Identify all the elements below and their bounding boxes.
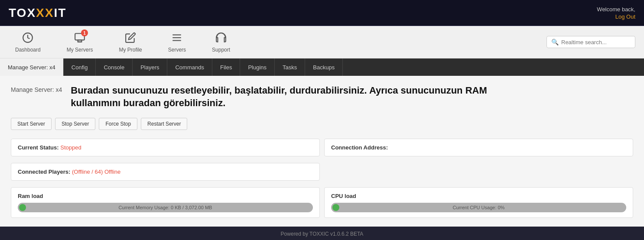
ram-bar-text: Current Memory Usage: 0 KB / 3,072.00 MB bbox=[18, 205, 313, 210]
main-content: Manage Server: x4 Buradan sunucunuzu res… bbox=[0, 76, 644, 227]
tab-players[interactable]: Players bbox=[133, 58, 167, 76]
players-grid: Connected Players: (Offline / 64) Offlin… bbox=[11, 163, 633, 181]
nav-label-my-servers: My Servers bbox=[67, 47, 93, 53]
tab-files[interactable]: Files bbox=[212, 58, 240, 76]
nav-item-servers[interactable]: Servers bbox=[162, 27, 192, 57]
cpu-bar-container: Current CPU Usage: 0% bbox=[331, 203, 626, 212]
stop-server-button[interactable]: Stop Server bbox=[55, 118, 95, 130]
search-icon: 🔍 bbox=[551, 39, 559, 45]
tab-console[interactable]: Console bbox=[96, 58, 133, 76]
my-profile-icon bbox=[124, 31, 137, 44]
ram-load-title: Ram load bbox=[18, 193, 313, 199]
tab-backups[interactable]: Backups bbox=[305, 58, 343, 76]
players-label: Connected Players: bbox=[18, 169, 70, 175]
cpu-bar-text: Current CPU Usage: 0% bbox=[331, 205, 626, 210]
nav-items: Dashboard 1 My Servers My Profile bbox=[9, 27, 546, 57]
dashboard-icon bbox=[21, 31, 34, 44]
info-grid: Current Status: Stopped Connection Addre… bbox=[11, 139, 633, 156]
connection-label: Connection Address: bbox=[331, 144, 388, 151]
restart-server-button[interactable]: Restart Server bbox=[141, 118, 187, 130]
load-grid: Ram load Current Memory Usage: 0 KB / 3,… bbox=[11, 187, 633, 218]
footer-text: Powered by TOXXIC v1.0.6.2 BETA bbox=[281, 231, 364, 237]
page-description: Buradan sunucunuzu resetleyebilir, başla… bbox=[71, 84, 487, 109]
nav-bar: Dashboard 1 My Servers My Profile bbox=[0, 26, 644, 58]
nav-label-support: Support bbox=[212, 47, 230, 53]
status-box: Current Status: Stopped bbox=[11, 139, 320, 156]
tabs-bar: Manage Server: x4 Config Console Players… bbox=[0, 58, 644, 76]
nav-item-dashboard[interactable]: Dashboard bbox=[9, 27, 47, 57]
tab-plugins[interactable]: Plugins bbox=[240, 58, 275, 76]
cpu-load-title: CPU load bbox=[331, 193, 626, 199]
nav-item-my-servers[interactable]: 1 My Servers bbox=[60, 27, 100, 57]
nav-label-dashboard: Dashboard bbox=[15, 47, 41, 53]
page-title: Manage Server: x4 bbox=[11, 86, 62, 93]
cpu-load-box: CPU load Current CPU Usage: 0% bbox=[324, 187, 633, 218]
logout-link[interactable]: Log Out bbox=[615, 13, 635, 20]
tab-commands[interactable]: Commands bbox=[167, 58, 212, 76]
logo: TOXXXIT bbox=[9, 6, 66, 20]
tab-config[interactable]: Config bbox=[64, 58, 96, 76]
my-servers-icon: 1 bbox=[73, 31, 86, 44]
connection-box: Connection Address: bbox=[324, 139, 633, 156]
ram-load-box: Ram load Current Memory Usage: 0 KB / 3,… bbox=[11, 187, 320, 218]
nav-label-my-profile: My Profile bbox=[119, 47, 142, 53]
tab-manage[interactable]: Manage Server: x4 bbox=[0, 58, 64, 76]
tab-tasks[interactable]: Tasks bbox=[275, 58, 305, 76]
welcome-text: Welcome back, bbox=[597, 6, 635, 13]
action-buttons: Start Server Stop Server Force Stop Rest… bbox=[11, 118, 633, 130]
servers-icon bbox=[170, 31, 183, 44]
welcome-area: Welcome back, Log Out bbox=[597, 6, 635, 20]
page-header: Manage Server: x4 Buradan sunucunuzu res… bbox=[11, 84, 633, 109]
support-icon bbox=[215, 31, 228, 44]
search-bar: 🔍 bbox=[546, 36, 635, 48]
logo-text: TOXXXIT bbox=[9, 6, 66, 20]
force-stop-button[interactable]: Force Stop bbox=[99, 118, 137, 130]
players-box: Connected Players: (Offline / 64) Offlin… bbox=[11, 163, 320, 181]
footer: Powered by TOXXIC v1.0.6.2 BETA bbox=[0, 227, 644, 240]
nav-item-support[interactable]: Support bbox=[205, 27, 237, 57]
search-input[interactable] bbox=[561, 39, 631, 45]
servers-badge: 1 bbox=[81, 29, 88, 36]
nav-item-my-profile[interactable]: My Profile bbox=[112, 27, 148, 57]
start-server-button[interactable]: Start Server bbox=[11, 118, 52, 130]
nav-label-servers: Servers bbox=[168, 47, 186, 53]
status-label: Current Status: bbox=[18, 144, 59, 151]
status-value: Stopped bbox=[60, 144, 81, 151]
top-bar: TOXXXIT Welcome back, Log Out bbox=[0, 0, 644, 26]
players-value: (Offline / 64) Offline bbox=[72, 169, 120, 175]
ram-bar-container: Current Memory Usage: 0 KB / 3,072.00 MB bbox=[18, 203, 313, 212]
